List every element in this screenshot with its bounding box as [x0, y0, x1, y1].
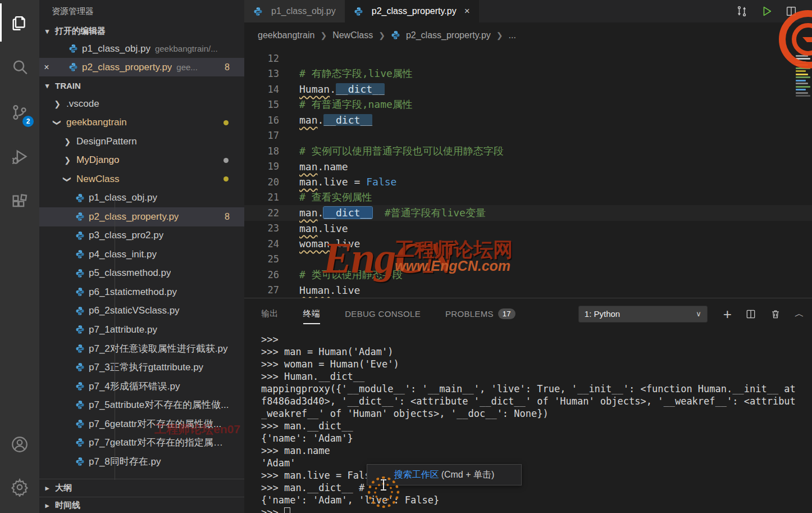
code-line: 16man.__dict__ — [244, 112, 812, 128]
source-control-icon[interactable]: 2 — [0, 90, 39, 135]
editor-tab[interactable]: p1_class_obj.py — [244, 0, 345, 22]
run-debug-icon[interactable] — [0, 135, 39, 180]
code-line-content: man.live — [299, 223, 348, 234]
python-icon — [75, 457, 85, 466]
minimap-line — [796, 67, 810, 69]
tree-item[interactable]: ❯.vscode — [39, 94, 244, 114]
tree-item[interactable]: p5_classmethod.py — [39, 264, 244, 283]
python-icon — [354, 7, 363, 16]
code-token: man — [299, 114, 318, 126]
tree-item[interactable]: p7_3正常执行gtattribute.py — [39, 358, 244, 377]
line-number: 25 — [244, 253, 279, 265]
terminal-line: >>> Human.__dict__ — [261, 370, 812, 383]
breadcrumb-segment[interactable]: geekbangtrain — [258, 30, 314, 40]
panel-tab[interactable]: 输出 — [261, 308, 279, 319]
code-line: 23man.live — [244, 221, 812, 237]
tree-file-label: p1_class_obj.py — [89, 192, 157, 203]
bottom-panel: 输出终端DEBUG CONSOLEPROBLEMS17 1: Python ∨ … — [244, 298, 812, 513]
code-line-content: man.__dict__ — [299, 114, 372, 126]
timeline-section[interactable]: ▸ 时间线 — [39, 497, 244, 513]
python-icon — [75, 193, 85, 203]
code-line-content: woman.live — [299, 238, 360, 249]
panel-tab[interactable]: PROBLEMS17 — [445, 308, 516, 319]
tree-item[interactable]: p4_class_init.py — [39, 245, 244, 264]
tree-item[interactable]: ❯NewClass — [39, 170, 244, 189]
new-terminal-icon[interactable]: + — [723, 308, 732, 320]
run-file-icon[interactable] — [760, 5, 773, 17]
workspace-root-header[interactable]: ▾ TRAIN — [39, 76, 244, 94]
tree-item[interactable]: p7_1attribute.py — [39, 320, 244, 339]
tree-file-label: p6_1staticmethod.py — [89, 287, 177, 298]
terminal-line: >>> man.live = False — [261, 469, 812, 482]
panel-tab[interactable]: 终端 — [303, 308, 321, 319]
code-token: woman — [299, 238, 330, 249]
python-icon — [75, 269, 85, 278]
open-changes-icon[interactable] — [736, 5, 748, 17]
code-token: # 查看实例属性 — [299, 191, 372, 203]
tree-item[interactable]: p7_7getattr对不存在的指定属性... — [39, 433, 244, 452]
maximize-panel-icon[interactable]: ︿ — [795, 307, 804, 320]
tree-item[interactable]: ❯geekbangtrain — [39, 114, 244, 133]
tree-item[interactable]: p7_2对任意读取属性进行截获.py — [39, 339, 244, 358]
terminal-select[interactable]: 1: Python ∨ — [578, 306, 708, 323]
terminal-line: >>> man.__dict__ # — [261, 482, 812, 494]
breadcrumb-segment[interactable]: ... — [509, 30, 516, 40]
tree-folder-label: .vscode — [66, 98, 99, 110]
kill-terminal-icon[interactable] — [770, 308, 781, 320]
line-number: 13 — [244, 68, 279, 79]
tree-item[interactable]: ❯DesignPattern — [39, 132, 244, 151]
explorer-icon[interactable] — [0, 0, 39, 45]
open-editor-path: geekbangtrain/... — [155, 44, 218, 53]
tree-item[interactable]: p7_6getattr对不存在的属性做... — [39, 415, 244, 434]
tree-item[interactable]: p6_2staticVSclass.py — [39, 302, 244, 321]
tab-close-icon[interactable]: × — [464, 6, 470, 17]
tree-item[interactable]: p2_class_property.py8 — [39, 207, 244, 226]
open-editor-item[interactable]: ×p2_class_property.pygee...8 — [39, 58, 244, 76]
code-line: 27Human.live — [244, 283, 812, 298]
activity-bar: 2 — [0, 0, 39, 513]
minimap-line — [796, 89, 806, 90]
code-line-content: Human.__dict__ — [299, 83, 385, 95]
tree-item[interactable]: p6_1staticmethod.py — [39, 283, 244, 302]
search-icon[interactable] — [0, 45, 39, 90]
tree-file-label: p3_class_pro2.py — [89, 230, 163, 241]
tree-item[interactable]: p7_4形成循环错误.py — [39, 377, 244, 396]
minimap[interactable] — [795, 53, 812, 98]
code-line: 15# 有普通字段,name属性 — [244, 97, 812, 113]
tree-item[interactable]: p7_5attribute对不存在的属性做... — [39, 396, 244, 415]
tree-item[interactable]: p3_class_pro2.py — [39, 226, 244, 246]
settings-gear-icon[interactable] — [0, 466, 39, 509]
minimap-line — [796, 55, 808, 57]
panel-tab[interactable]: DEBUG CONSOLE — [345, 308, 421, 319]
code-token: man — [299, 176, 318, 188]
tree-file-label: p7_2对任意读取属性进行截获.py — [89, 342, 228, 355]
tree-item[interactable]: ❯MyDjango — [39, 151, 244, 170]
close-icon[interactable]: × — [39, 62, 54, 72]
open-editors-header[interactable]: ▾ 打开的编辑器 — [39, 22, 244, 39]
tree-item[interactable]: p1_class_obj.py — [39, 189, 244, 208]
extensions-icon[interactable] — [0, 180, 39, 225]
tree-item[interactable]: p7_8同时存在.py — [39, 452, 244, 471]
split-editor-icon[interactable] — [785, 5, 797, 17]
editor-tab[interactable]: p2_class_property.py× — [345, 0, 479, 22]
breadcrumb-segment[interactable]: p2_class_property.py — [406, 30, 491, 40]
breadcrumb-segment[interactable]: NewClass — [332, 30, 373, 40]
tooltip-link[interactable]: 搜索工作区 — [394, 469, 439, 481]
git-modified-dot — [223, 120, 229, 125]
code-token: # 有普通字段,name属性 — [299, 98, 413, 110]
code-line: 25 — [244, 252, 812, 267]
code-token: #普通字段有live变量 — [385, 207, 486, 219]
terminal[interactable]: >>>>>> man = Human('Adam')>>> woman = Hu… — [261, 333, 812, 513]
outline-section[interactable]: ▸ 大纲 — [39, 479, 244, 496]
python-icon — [75, 400, 85, 410]
account-icon[interactable] — [0, 423, 39, 466]
panel-tab-label: PROBLEMS — [445, 309, 494, 319]
tree-file-label: p7_3正常执行gtattribute.py — [89, 361, 203, 374]
code-editor[interactable]: 1213# 有静态字段,live属性14Human.__dict__15# 有普… — [244, 48, 812, 298]
code-token: __dict__ — [323, 114, 372, 126]
line-number: 21 — [244, 192, 279, 203]
split-terminal-icon[interactable] — [745, 308, 756, 320]
python-icon — [75, 438, 85, 447]
open-editor-item[interactable]: p1_class_obj.pygeekbangtrain/... — [39, 39, 244, 58]
workspace-root-label: TRAIN — [55, 81, 81, 90]
